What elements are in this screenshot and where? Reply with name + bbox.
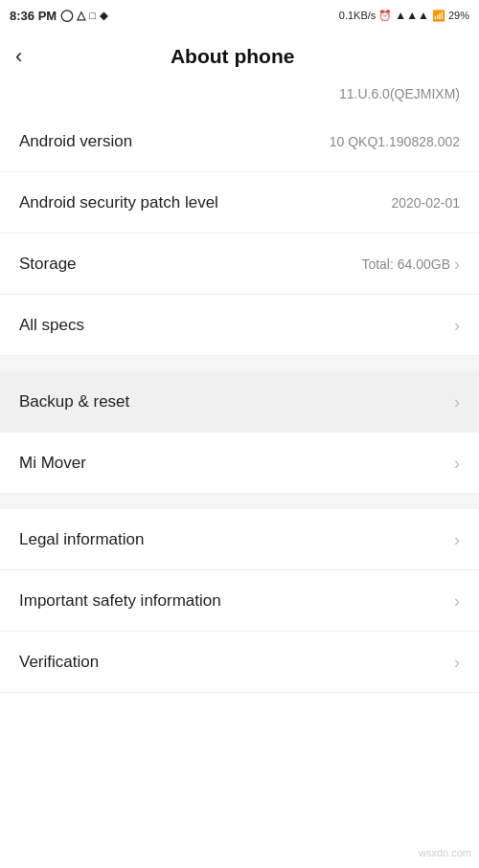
setting-value: 2020-02-01	[391, 195, 460, 211]
setting-label-container: Android version	[19, 132, 132, 151]
setting-label-container: Verification	[19, 653, 99, 672]
setting-label-container: Mi Mover	[19, 454, 86, 473]
version-row: 11.U.6.0(QEJMIXM)	[0, 82, 479, 111]
back-button[interactable]: ‹	[15, 44, 30, 69]
imsg-icon: □	[89, 10, 96, 21]
setting-right: 2020-02-01	[391, 195, 460, 211]
setting-label: Android version	[19, 132, 132, 151]
setting-value: Total: 64.00GB	[361, 256, 450, 272]
version-value: 11.U.6.0(QEJMIXM)	[339, 86, 460, 101]
section-divider-1	[0, 356, 479, 371]
whatsapp-icon: ◯	[60, 9, 73, 22]
setting-right: ›	[454, 317, 460, 334]
setting-label: Mi Mover	[19, 454, 86, 473]
setting-item-safety-info[interactable]: Important safety information ›	[0, 570, 479, 632]
setting-item-legal-info[interactable]: Legal information ›	[0, 509, 479, 570]
setting-label: Legal information	[19, 530, 144, 549]
page-header: ‹ About phone	[0, 31, 479, 82]
setting-right: Total: 64.00GB ›	[361, 256, 460, 273]
setting-label-container: All specs	[19, 316, 84, 335]
setting-right: ›	[454, 455, 460, 472]
chevron-right-icon: ›	[454, 592, 460, 610]
tiktok-icon: ◆	[100, 10, 107, 22]
chevron-right-icon: ›	[454, 393, 460, 411]
setting-label-container: Storage	[19, 255, 77, 274]
setting-item-android-version: Android version 10 QKQ1.190828.002	[0, 111, 479, 172]
setting-right: ›	[454, 654, 460, 671]
settings-content: 11.U.6.0(QEJMIXM) Android version 10 QKQ…	[0, 82, 479, 693]
status-time: 8:36 PM ◯ △ □ ◆	[10, 9, 107, 23]
time-display: 8:36 PM	[10, 9, 57, 23]
alarm-icon: ⏰	[378, 10, 392, 22]
battery-display: 29%	[448, 10, 469, 21]
section-3: Legal information › Important safety inf…	[0, 509, 479, 693]
setting-label-container: Legal information	[19, 530, 144, 549]
setting-label-container: Backup & reset	[19, 392, 129, 412]
wifi-icon: 📶	[432, 10, 445, 22]
setting-item-backup-reset[interactable]: Backup & reset ›	[0, 371, 479, 433]
status-indicators: 0.1KB/s ⏰ ▲▲▲ 📶 29%	[339, 9, 469, 22]
setting-right: 10 QKQ1.190828.002	[330, 134, 460, 149]
network-speed: 0.1KB/s	[339, 10, 376, 21]
section-divider-2	[0, 494, 479, 509]
setting-item-security-patch: Android security patch level 2020-02-01	[0, 172, 479, 234]
setting-label-container: Important safety information	[19, 591, 221, 611]
section-1: Android version 10 QKQ1.190828.002 Andro…	[0, 111, 479, 356]
snapchat-icon: △	[77, 9, 85, 22]
setting-label: Important safety information	[19, 591, 221, 611]
setting-item-all-specs[interactable]: All specs ›	[0, 295, 479, 356]
setting-label: Android security patch level	[19, 193, 218, 212]
setting-item-mi-mover[interactable]: Mi Mover ›	[0, 433, 479, 494]
page-title: About phone	[30, 45, 435, 68]
setting-label: Backup & reset	[19, 392, 129, 412]
chevron-right-icon: ›	[454, 654, 460, 671]
setting-label-container: Android security patch level	[19, 193, 218, 212]
setting-right: ›	[454, 592, 460, 610]
setting-item-storage[interactable]: Storage Total: 64.00GB ›	[0, 234, 479, 295]
signal-icon: ▲▲▲	[395, 9, 429, 22]
section-2: Backup & reset › Mi Mover ›	[0, 371, 479, 494]
watermark: wsxdn.com	[419, 847, 471, 858]
setting-label: Verification	[19, 653, 99, 672]
status-bar: 8:36 PM ◯ △ □ ◆ 0.1KB/s ⏰ ▲▲▲ 📶 29%	[0, 0, 479, 31]
chevron-right-icon: ›	[454, 256, 460, 273]
setting-item-verification[interactable]: Verification ›	[0, 632, 479, 693]
setting-right: ›	[454, 531, 460, 548]
chevron-right-icon: ›	[454, 455, 460, 472]
setting-value: 10 QKQ1.190828.002	[330, 134, 460, 149]
chevron-right-icon: ›	[454, 531, 460, 548]
setting-label: All specs	[19, 316, 84, 335]
chevron-right-icon: ›	[454, 317, 460, 334]
battery-percent: 29%	[448, 10, 469, 21]
setting-right: ›	[454, 393, 460, 411]
setting-label: Storage	[19, 255, 77, 274]
